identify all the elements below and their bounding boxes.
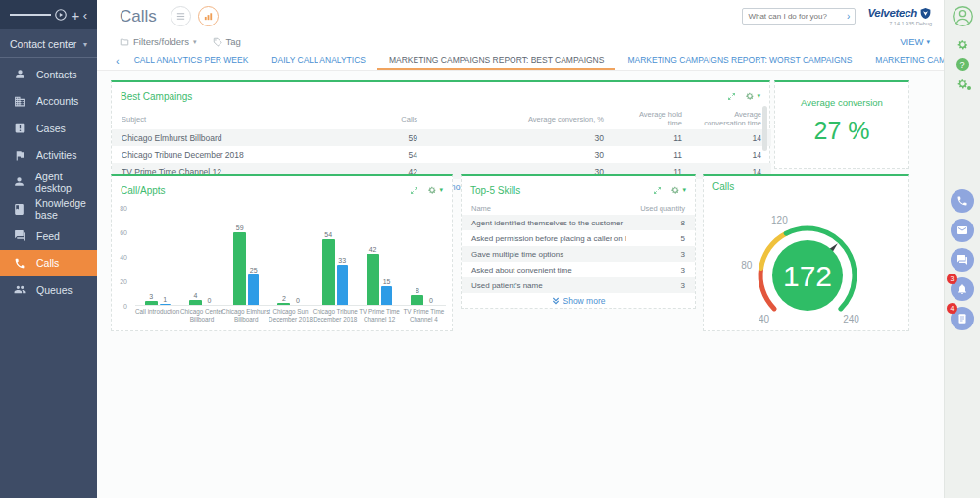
- sidebar-item-queues[interactable]: Queues: [0, 276, 97, 304]
- bar-category-label: TV Prime Time Channel 4: [397, 308, 450, 324]
- filters-folders-button[interactable]: Filters/folders ▾: [120, 36, 197, 47]
- column-header-hold[interactable]: Average hold time: [613, 108, 692, 129]
- play-circle-icon[interactable]: [54, 8, 68, 22]
- module-selector[interactable]: Contact center ▾: [0, 29, 97, 58]
- topbar: Calls › Velvetech 7.14.1.935 Debug: [97, 0, 944, 32]
- bar-value-label: 15: [383, 278, 391, 285]
- sidebar-item-label: Calls: [36, 257, 59, 269]
- column-header-calls[interactable]: Calls: [359, 108, 427, 129]
- gauge-tick-label: 240: [843, 314, 859, 324]
- widget-settings-button[interactable]: ▾: [670, 185, 686, 195]
- column-header-name[interactable]: Name: [462, 202, 626, 215]
- bar-appts: [248, 274, 259, 305]
- note-icon: [956, 313, 968, 324]
- table-scrollbar[interactable]: [762, 106, 767, 151]
- sidebar-item-accounts[interactable]: Accounts: [0, 88, 97, 116]
- book-icon: [13, 202, 25, 216]
- cell-skill-qty: 8: [626, 215, 695, 230]
- average-conversion-widget: Average conversion 27 %: [774, 80, 909, 169]
- tabs-scroll-left-icon[interactable]: ‹: [113, 55, 122, 67]
- person-icon: [13, 68, 26, 81]
- sidebar-item-label: Agent desktop: [35, 171, 97, 194]
- chat-button[interactable]: [951, 248, 974, 272]
- search-input[interactable]: [748, 12, 844, 21]
- services-gears-icon[interactable]: [956, 77, 969, 90]
- chart-view-button[interactable]: [198, 6, 219, 26]
- sidebar-top-toolbar: + ‹: [0, 0, 97, 29]
- calls-gauge: 4080120240172: [704, 195, 910, 326]
- sidebar-item-cases[interactable]: Cases: [0, 115, 97, 142]
- settings-gear-icon[interactable]: [956, 38, 969, 51]
- gear-icon: [745, 91, 755, 101]
- call-button[interactable]: [951, 189, 974, 213]
- expand-widget-icon[interactable]: [727, 87, 736, 105]
- view-menu[interactable]: VIEW ▾: [900, 36, 930, 47]
- y-axis-tick: 60: [120, 229, 127, 236]
- table-row[interactable]: Chicago Elmhurst Billboard 59 30 11 14: [112, 129, 771, 146]
- notes-button[interactable]: 4: [951, 307, 974, 330]
- phone-icon: [13, 256, 26, 270]
- widget-settings-button[interactable]: ▾: [427, 185, 443, 195]
- tab-daily-call-analytics[interactable]: DAILY CALL ANALYTICS: [260, 51, 377, 70]
- add-icon[interactable]: +: [72, 8, 80, 23]
- sidebar-item-knowledge-base[interactable]: Knowledge base: [0, 196, 97, 224]
- table-row[interactable]: Gave multiple time options 3: [462, 246, 695, 262]
- table-row[interactable]: Agent identified themselves to the custo…: [462, 215, 695, 230]
- table-row[interactable]: Chicago Tribune December 2018 54 30 11 1…: [112, 146, 771, 163]
- bar-calls: [277, 303, 290, 306]
- cell-skill-name: Agent identified themselves to the custo…: [462, 215, 626, 230]
- table-row[interactable]: Used patient's name 3: [462, 277, 695, 293]
- campaign-link[interactable]: Chicago Elmhurst Billboard: [112, 129, 359, 146]
- bar-chart-plot: 31Call introduction40Chicago Center Bill…: [135, 208, 446, 306]
- tab-call-analytics-per-week[interactable]: CALL ANALYTICS PER WEEK: [122, 51, 261, 70]
- page-title: Calls: [120, 7, 157, 26]
- sidebar-item-calls[interactable]: Calls: [0, 250, 97, 277]
- notifications-badge: 3: [947, 274, 957, 284]
- search-submit-icon[interactable]: ›: [847, 12, 850, 22]
- sidebar-item-feed[interactable]: Feed: [0, 223, 97, 250]
- group-icon: [13, 283, 26, 297]
- tab-marketing-worst-campaigns-1[interactable]: MARKETING CAMPAIGNS REPORT: WORST CAMPAI…: [615, 51, 863, 70]
- sidebar-item-contacts[interactable]: Contacts: [0, 61, 97, 88]
- cell-conversation: 14: [692, 146, 771, 163]
- widget-title: Best Campaings: [121, 91, 192, 102]
- tag-label: Tag: [226, 36, 241, 47]
- bar-value-label: 8: [416, 287, 419, 294]
- chevron-down-icon: ▾: [926, 38, 930, 46]
- tag-button[interactable]: Tag: [213, 36, 241, 47]
- sidebar-item-agent-desktop[interactable]: Agent desktop: [0, 169, 97, 196]
- expand-widget-icon[interactable]: [410, 181, 418, 199]
- column-header-subject[interactable]: Subject: [112, 108, 359, 129]
- sidebar-item-activities[interactable]: Activities: [0, 142, 97, 170]
- help-icon[interactable]: ?: [956, 58, 969, 71]
- cell-skill-qty: 3: [626, 277, 695, 293]
- filters-folders-label: Filters/folders: [133, 36, 189, 47]
- bar-value-label: 4: [193, 292, 197, 299]
- collapse-sidebar-icon[interactable]: ‹: [83, 9, 87, 22]
- column-header-conversation[interactable]: Average conversation time: [692, 108, 771, 129]
- list-view-button[interactable]: [171, 6, 191, 26]
- phone-icon: [956, 195, 968, 207]
- campaign-link[interactable]: Chicago Tribune December 2018: [112, 146, 359, 163]
- table-row[interactable]: Asked permission before placing a caller…: [462, 230, 695, 246]
- chat-bubbles-icon: [956, 254, 968, 266]
- column-header-used-quantity[interactable]: Used quantity: [626, 202, 695, 215]
- widget-settings-button[interactable]: ▾: [745, 91, 760, 101]
- gauge-tick-label: 120: [771, 215, 788, 225]
- cell-skill-qty: 5: [626, 230, 695, 246]
- show-more-button[interactable]: Show more: [462, 293, 695, 309]
- bar-value-label: 33: [338, 257, 346, 264]
- brand-logo: Velvetech 7.14.1.935 Debug: [867, 7, 932, 26]
- column-header-conversion[interactable]: Average conversion, %: [427, 108, 613, 129]
- calls-gauge-widget: Calls 4080120240172: [703, 174, 909, 331]
- bar-chart: 020406080 31Call introduction40Chicago C…: [135, 206, 446, 333]
- tab-marketing-best-campaigns[interactable]: MARKETING CAMPAIGNS REPORT: BEST CAMPAIG…: [377, 51, 615, 70]
- notifications-button[interactable]: 3: [951, 277, 974, 301]
- hamburger-menu-icon[interactable]: [10, 12, 51, 18]
- user-avatar[interactable]: [952, 5, 974, 31]
- table-row[interactable]: Asked about convenient time 3: [462, 262, 695, 277]
- sidebar-item-label: Queues: [36, 284, 73, 296]
- expand-widget-icon[interactable]: [653, 181, 662, 199]
- bar-value-label: 0: [207, 297, 211, 304]
- mail-button[interactable]: [951, 219, 974, 242]
